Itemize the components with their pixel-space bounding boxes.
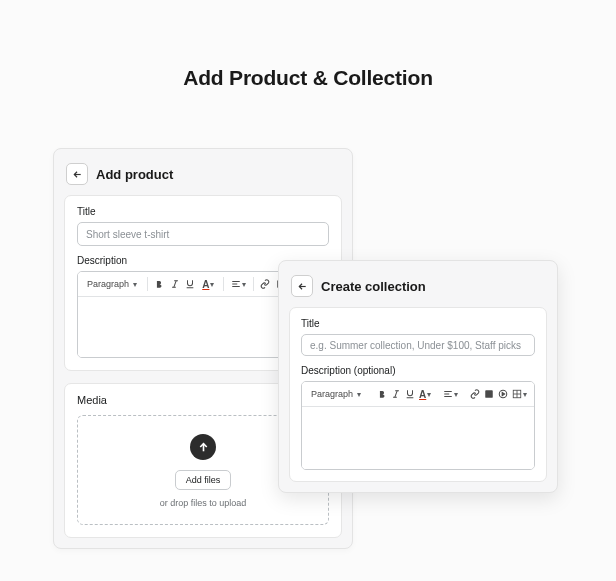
chevron-down-icon: ▾ [427,390,431,399]
italic-button[interactable] [169,275,180,293]
paragraph-select[interactable]: Paragraph ▾ [307,387,365,401]
paragraph-select[interactable]: Paragraph ▾ [83,277,141,291]
text-color-button[interactable]: A▾ [419,385,431,403]
align-button[interactable]: ▾ [230,275,247,293]
editor-body[interactable] [302,407,534,469]
svg-marker-22 [502,392,505,395]
back-button[interactable] [291,275,313,297]
collection-title-input[interactable] [301,334,535,356]
add-files-button[interactable]: Add files [175,470,232,490]
underline-button[interactable] [405,385,415,403]
title-label: Title [77,206,329,217]
chevron-down-icon: ▾ [523,390,527,399]
drop-hint: or drop files to upload [86,498,320,508]
chevron-down-icon: ▾ [357,390,361,399]
chevron-down-icon: ▾ [210,280,214,289]
svg-rect-20 [486,390,494,398]
chevron-down-icon: ▾ [242,280,246,289]
chevron-down-icon: ▾ [133,280,137,289]
collection-heading: Create collection [321,279,426,294]
product-heading: Add product [96,167,173,182]
bold-button[interactable] [377,385,387,403]
collection-main-card: Title Description (optional) Paragraph ▾… [289,307,547,482]
video-button[interactable] [498,385,508,403]
upload-icon [190,434,216,460]
create-collection-panel: Create collection Title Description (opt… [278,260,558,493]
description-label: Description (optional) [301,365,535,376]
svg-line-2 [173,281,176,288]
underline-button[interactable] [184,275,195,293]
link-button[interactable] [470,385,480,403]
arrow-left-icon [72,169,83,180]
image-button[interactable] [484,385,494,403]
align-button[interactable]: ▾ [443,385,458,403]
title-label: Title [301,318,535,329]
text-color-button[interactable]: A▾ [200,275,217,293]
paragraph-select-label: Paragraph [87,279,129,289]
product-title-input[interactable] [77,222,329,246]
svg-line-15 [395,391,398,398]
editor-toolbar: Paragraph ▾ A▾ ▾ ▾ ⋯ </> [302,382,534,407]
italic-button[interactable] [391,385,401,403]
table-button[interactable]: ▾ [512,385,527,403]
bold-button[interactable] [154,275,165,293]
paragraph-select-label: Paragraph [311,389,353,399]
chevron-down-icon: ▾ [454,390,458,399]
rich-text-editor: Paragraph ▾ A▾ ▾ ▾ ⋯ </> [301,381,535,470]
page-title: Add Product & Collection [0,0,616,90]
arrow-left-icon [297,281,308,292]
link-button[interactable] [260,275,271,293]
back-button[interactable] [66,163,88,185]
